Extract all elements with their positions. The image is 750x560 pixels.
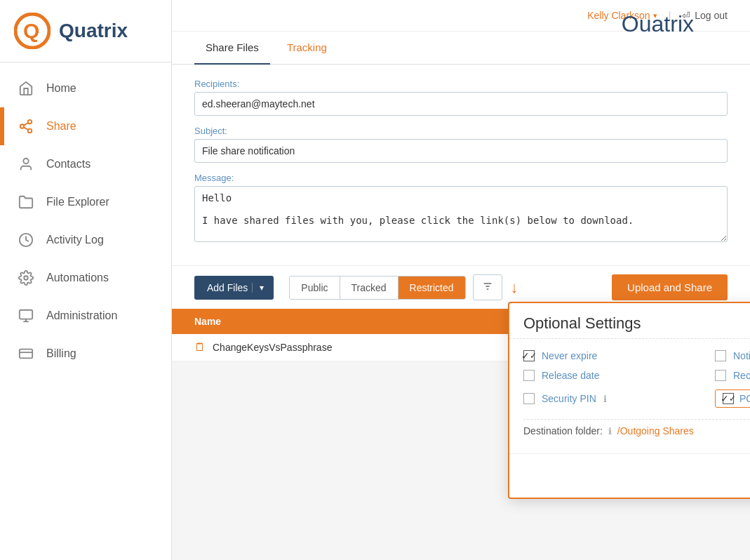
logo-area: Q Quatrix bbox=[0, 0, 171, 62]
sidebar: Q Quatrix Home Share bbox=[0, 0, 172, 560]
share-type-tracked[interactable]: Tracked bbox=[340, 276, 399, 299]
file-icon: 🗒 bbox=[194, 341, 206, 354]
sidebar-label-home: Home bbox=[46, 82, 76, 95]
home-icon bbox=[17, 79, 35, 98]
share-type-restricted[interactable]: Restricted bbox=[399, 276, 465, 299]
sidebar-label-activity-log: Activity Log bbox=[46, 234, 104, 246]
popup-header: Optional Settings ✕ bbox=[509, 303, 750, 339]
popup-title: Optional Settings bbox=[523, 314, 641, 333]
destination-label: Destination folder: bbox=[523, 425, 603, 436]
svg-point-4 bbox=[28, 129, 32, 133]
sidebar-label-billing: Billing bbox=[46, 347, 76, 360]
popup-body: ✓ Never expire Notify me on download Rel… bbox=[509, 339, 750, 453]
sidebar-label-contacts: Contacts bbox=[46, 158, 91, 171]
pgp-encrypt-checkbox[interactable]: ✓ bbox=[723, 393, 734, 404]
subject-row: Subject: bbox=[194, 126, 728, 163]
never-expire-checkbox[interactable]: ✓ bbox=[523, 350, 535, 361]
sidebar-label-administration: Administration bbox=[46, 309, 117, 322]
setting-never-expire[interactable]: ✓ Never expire bbox=[523, 350, 701, 361]
filter-settings-button[interactable] bbox=[473, 274, 502, 300]
settings-grid: ✓ Never expire Notify me on download Rel… bbox=[523, 350, 750, 408]
svg-point-9 bbox=[24, 276, 28, 280]
svg-point-3 bbox=[20, 124, 25, 128]
message-label: Message: bbox=[194, 173, 728, 183]
message-row: Message: bbox=[194, 173, 728, 244]
sidebar-item-contacts[interactable]: Contacts bbox=[0, 145, 171, 183]
tab-tracking[interactable]: Tracking bbox=[276, 32, 338, 65]
pgp-encrypt-label: PGP encrypt files bbox=[739, 393, 750, 404]
message-textarea[interactable] bbox=[194, 186, 728, 242]
tab-share-files[interactable]: Share Files bbox=[194, 32, 270, 65]
security-pin-info-icon: ℹ bbox=[603, 394, 607, 404]
sidebar-item-file-explorer[interactable]: File Explorer bbox=[0, 183, 171, 221]
security-pin-label: Security PIN bbox=[542, 393, 596, 404]
sidebar-label-share: Share bbox=[46, 120, 76, 133]
billing-icon bbox=[17, 345, 35, 363]
sidebar-nav: Home Share Contacts File E bbox=[0, 62, 171, 560]
logo-icon: Q bbox=[14, 13, 51, 49]
logo-text: Quatrix bbox=[59, 20, 128, 42]
sidebar-item-billing[interactable]: Billing bbox=[0, 335, 171, 373]
sidebar-item-automations[interactable]: Automations bbox=[0, 259, 171, 297]
destination-info-icon: ℹ bbox=[608, 426, 612, 436]
svg-rect-13 bbox=[20, 349, 32, 359]
svg-text:Q: Q bbox=[23, 19, 39, 42]
release-date-label: Release date bbox=[542, 370, 600, 381]
sidebar-item-home[interactable]: Home bbox=[0, 69, 171, 107]
sidebar-item-share[interactable]: Share bbox=[0, 107, 171, 145]
share-icon bbox=[17, 117, 35, 135]
recipients-label: Recipients: bbox=[194, 79, 728, 89]
setting-release-date[interactable]: Release date bbox=[523, 370, 701, 381]
setting-pgp-encrypt[interactable]: ✓ PGP encrypt files ℹ bbox=[715, 389, 750, 408]
recipients-return-checkbox[interactable] bbox=[715, 370, 726, 381]
subject-label: Subject: bbox=[194, 126, 728, 136]
setting-notify-download[interactable]: Notify me on download bbox=[715, 350, 750, 361]
share-type-group: Public Tracked Restricted bbox=[289, 276, 465, 300]
sidebar-label-automations: Automations bbox=[46, 272, 109, 284]
security-pin-checkbox[interactable] bbox=[523, 393, 535, 404]
svg-line-5 bbox=[24, 127, 28, 130]
never-expire-label: Never expire bbox=[542, 350, 597, 361]
form-area: Recipients: Subject: Message: bbox=[172, 65, 750, 265]
svg-point-2 bbox=[28, 120, 32, 124]
notify-download-checkbox[interactable] bbox=[715, 350, 726, 361]
arrow-down-icon: ↓ bbox=[511, 279, 518, 297]
recipients-input[interactable] bbox=[194, 92, 728, 116]
share-type-public[interactable]: Public bbox=[290, 276, 340, 299]
main-content: Quatrix Kelly Clarkson ▾ | ⏎ Log out Sha… bbox=[172, 0, 750, 560]
popup-footer: Cancel Save bbox=[509, 453, 750, 498]
clock-icon bbox=[17, 231, 35, 249]
optional-settings-popup: Optional Settings ✕ ✓ Never expire Noti bbox=[508, 302, 750, 499]
recipients-return-label: Recipient(s) can return files bbox=[733, 370, 750, 381]
contacts-icon bbox=[17, 155, 35, 173]
gear-icon bbox=[17, 269, 35, 287]
setting-security-pin[interactable]: Security PIN ℹ bbox=[523, 389, 701, 408]
destination-path-link[interactable]: /Outgoing Shares bbox=[617, 425, 694, 436]
filter-icon bbox=[482, 281, 493, 292]
top-bar: Quatrix Kelly Clarkson ▾ | ⏎ Log out bbox=[172, 0, 750, 32]
upload-share-button[interactable]: Upload and Share bbox=[612, 274, 728, 300]
add-files-dropdown-arrow: ▾ bbox=[252, 283, 264, 293]
tabs-container: Share Files Tracking bbox=[172, 32, 750, 65]
release-date-checkbox[interactable] bbox=[523, 370, 535, 381]
recipients-row: Recipients: bbox=[194, 79, 728, 116]
subject-input[interactable] bbox=[194, 139, 728, 163]
folder-icon bbox=[17, 193, 35, 211]
svg-line-6 bbox=[24, 123, 28, 126]
sidebar-label-file-explorer: File Explorer bbox=[46, 196, 109, 208]
svg-point-7 bbox=[23, 159, 28, 164]
sidebar-item-administration[interactable]: Administration bbox=[0, 297, 171, 335]
destination-folder-row: Destination folder: ℹ /Outgoing Shares bbox=[523, 419, 750, 442]
content-wrapper: Share Files Tracking Recipients: Subject… bbox=[172, 32, 750, 560]
notify-download-label: Notify me on download bbox=[733, 350, 750, 361]
add-files-button[interactable]: Add Files ▾ bbox=[194, 276, 274, 300]
admin-icon bbox=[17, 307, 35, 325]
svg-rect-10 bbox=[20, 310, 32, 319]
sidebar-item-activity-log[interactable]: Activity Log bbox=[0, 221, 171, 259]
setting-recipients-return[interactable]: Recipient(s) can return files ℹ bbox=[715, 370, 750, 381]
